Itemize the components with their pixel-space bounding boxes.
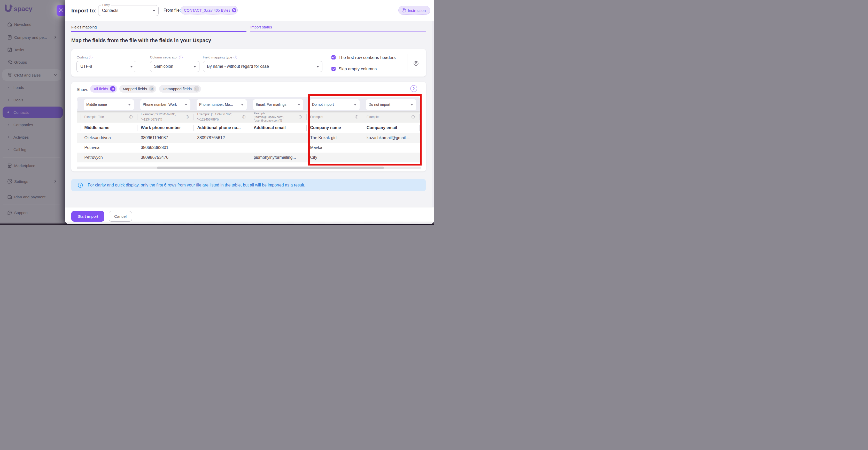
step-import-status[interactable]: Import status <box>250 25 272 29</box>
info-icon[interactable]: i <box>299 115 302 119</box>
sidebar-item-plan-and-payment[interactable]: Plan and payment <box>0 191 65 203</box>
column-separator <box>250 114 250 120</box>
sidebar-item-settings[interactable]: Settings <box>0 175 65 188</box>
column-separator <box>81 125 81 131</box>
table-cell: 380978765612 <box>197 133 248 143</box>
sidebar-item-leads[interactable]: Leads <box>0 81 65 94</box>
dialog-header: Import to: Entity Contacts From file: CO… <box>65 0 434 21</box>
remove-file-button[interactable] <box>232 8 237 12</box>
sidebar-item-support[interactable]: Support <box>0 206 65 219</box>
sidebar-item-contacts[interactable]: Contacts <box>3 107 63 118</box>
info-icon <box>78 182 83 188</box>
entity-select[interactable]: Entity Contacts <box>98 5 159 16</box>
coding-select[interactable]: UTF-8 <box>76 61 136 72</box>
filter-unmapped-fields[interactable]: Unmapped fields 0 <box>159 85 201 92</box>
sidebar-item-companies[interactable]: Companies <box>0 118 65 131</box>
home-icon <box>7 22 12 27</box>
scrollbar-thumb[interactable] <box>157 167 384 169</box>
question-circle-icon: ? <box>402 8 406 12</box>
count-badge: 9 <box>149 86 154 91</box>
sidebar-item-newsfeed[interactable]: Newsfeed <box>0 18 65 30</box>
bullet-icon <box>7 111 9 113</box>
divider <box>3 204 60 205</box>
chevron-right-icon <box>54 180 57 183</box>
chat-question-icon <box>7 210 12 216</box>
sidebar-item-activities[interactable]: Activities <box>0 131 65 143</box>
file-chip[interactable]: CONTACT_3.csv 405 Bytes <box>181 6 238 15</box>
column-mapping-select[interactable]: Email: For mailings <box>253 99 303 110</box>
logo-text: spacy <box>14 5 32 13</box>
column-mapping-select[interactable]: Phone number: Work <box>140 99 190 110</box>
file-column-header: Additional phone nu... <box>197 122 247 133</box>
info-icon[interactable]: i <box>129 115 132 119</box>
entity-select-value: Contacts <box>102 8 118 13</box>
vertical-scrollbar[interactable] <box>432 21 434 207</box>
close-icon <box>233 9 235 11</box>
chevron-down-icon <box>241 104 244 106</box>
skip-empty-columns-checkbox-row[interactable]: Skip empty columns <box>332 65 377 73</box>
sidebar-item-marketplace[interactable]: Marketplace <box>0 159 65 172</box>
example-cell: Example: ["+123456789", "+123456789"]} <box>197 111 241 122</box>
column-separator-select[interactable]: Semicolon <box>150 61 199 72</box>
field-mapping-type-select[interactable]: By name - without regard for case <box>203 61 322 72</box>
example-cell: Example: Title <box>85 111 128 122</box>
cancel-button[interactable]: Cancel <box>109 211 132 222</box>
filter-mapped-fields[interactable]: Mapped fields 9 <box>119 85 156 92</box>
uspacy-logo[interactable]: spacy <box>4 4 32 14</box>
sidebar-item-company-and-people[interactable]: Company and pe... <box>0 31 65 44</box>
import-settings-card: Codingi UTF-8 Column separatori Semicolo… <box>71 49 426 77</box>
page-title: Map the fields from the file with the fi… <box>71 37 211 44</box>
column-separator <box>306 114 307 120</box>
info-icon[interactable]: i <box>186 115 189 119</box>
table-cell: Oleksandrivna <box>85 133 135 143</box>
calendar-check-icon <box>7 47 12 53</box>
gear-refresh-icon <box>413 60 419 66</box>
start-import-button[interactable]: Start import <box>71 211 104 222</box>
info-icon[interactable]: i <box>242 115 245 119</box>
settings-gear-button[interactable] <box>413 60 419 66</box>
checkbox-checked-icon[interactable] <box>332 67 336 71</box>
building-icon <box>7 34 12 40</box>
sidebar-item-crm-and-sales[interactable]: CRM and sales <box>0 69 65 81</box>
info-banner: For clarity and quick display, only the … <box>71 179 426 191</box>
column-separator <box>81 114 81 120</box>
horizontal-scrollbar[interactable] <box>77 167 421 169</box>
table-cell: Petrivna <box>85 143 135 152</box>
column-separator <box>137 114 137 120</box>
sidebar-item-call-log[interactable]: Call log <box>0 143 65 156</box>
info-icon[interactable]: i <box>234 56 237 59</box>
bullet-icon <box>8 136 9 138</box>
column-select-partial[interactable] <box>77 99 78 110</box>
table-cell: Petrovych <box>85 152 135 162</box>
column-mapping-select[interactable]: Middle name <box>84 99 134 110</box>
sidebar: spacy Newsfeed Company and pe... Tasks G… <box>0 0 65 225</box>
sidebar-item-deals[interactable]: Deals <box>0 94 65 106</box>
logo-u-icon <box>4 4 13 14</box>
divider <box>327 54 327 72</box>
example-cell: Example: ["admin@uspacy.com", "user@uspa… <box>254 111 297 122</box>
info-icon[interactable]: i <box>89 56 92 59</box>
chevron-down-icon <box>185 104 187 106</box>
chevron-down-icon <box>128 104 131 106</box>
info-icon[interactable]: i <box>179 56 183 59</box>
divider <box>407 54 407 72</box>
sidebar-item-tasks[interactable]: Tasks <box>0 44 65 56</box>
help-button[interactable]: ? <box>410 85 417 92</box>
people-icon <box>7 59 12 65</box>
filter-all-fields[interactable]: All fields 9 <box>90 85 118 92</box>
step-fields-mapping[interactable]: Fields mapping <box>71 25 97 29</box>
sidebar-item-groups[interactable]: Groups <box>0 56 65 68</box>
first-row-headers-checkbox-row[interactable]: The first row contains headers <box>332 54 396 61</box>
bullet-icon <box>8 149 9 150</box>
table-cell: pidmohylnyformailing... <box>254 152 304 162</box>
column-mapping-select[interactable]: Phone number: Mo... <box>196 99 247 110</box>
field-mapping-type-label: Field mapping typei <box>203 55 237 59</box>
instruction-button[interactable]: ? Instruction <box>398 6 430 15</box>
store-icon <box>7 163 12 168</box>
checkbox-checked-icon[interactable] <box>332 55 336 59</box>
bullet-icon <box>8 87 9 88</box>
chevron-down-icon <box>54 74 57 77</box>
column-separator <box>137 125 137 131</box>
chevron-down-icon <box>298 104 300 106</box>
table-cell: 380663382801 <box>141 143 191 152</box>
